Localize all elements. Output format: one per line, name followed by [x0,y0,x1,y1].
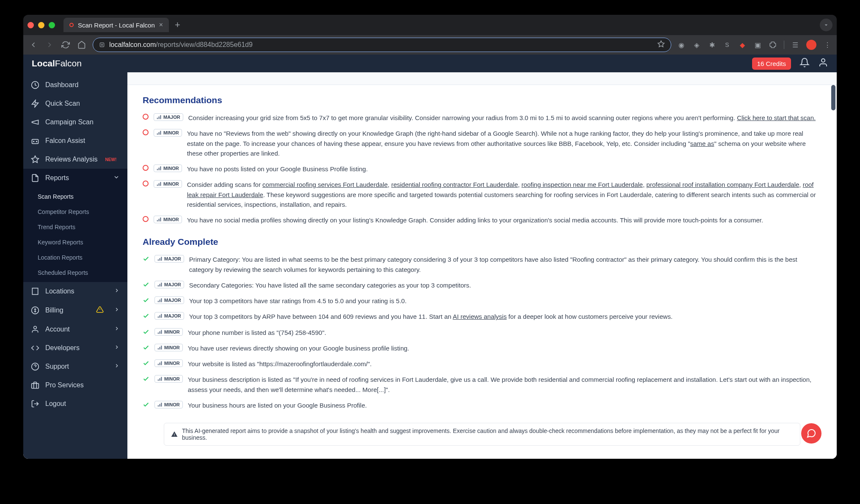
nav-reports[interactable]: Reports [23,169,127,187]
nav-reviews-analysis[interactable]: Reviews AnalysisNEW! [23,150,127,169]
svg-rect-55 [158,380,159,381]
bolt-icon [31,99,39,108]
extension-icon[interactable]: ✱ [708,41,716,49]
svg-rect-45 [161,314,162,318]
svg-rect-51 [161,345,162,349]
svg-marker-8 [32,156,39,163]
credits-button[interactable]: 16 Credits [752,58,791,70]
subnav-trend-reports[interactable]: Trend Reports [23,219,127,235]
user-icon[interactable] [818,58,828,69]
subnav-scheduled-reports[interactable]: Scheduled Reports [23,265,127,280]
keyword-link[interactable]: residential roofing contractor Fort Laud… [391,181,518,188]
new-tab-button[interactable]: + [175,19,180,30]
notifications-icon[interactable] [799,58,810,69]
extensions-button[interactable] [769,41,777,49]
svg-rect-9 [32,288,38,295]
recommendations-list: MAJORConsider increasing your grid size … [143,113,821,225]
url-input[interactable]: localfalcon.com/reports/view/d884bd2285e… [93,38,671,52]
svg-rect-40 [158,301,159,302]
browser-tab[interactable]: Scan Report - Local Falcon × [63,18,169,32]
subnav-location-reports[interactable]: Location Reports [23,250,127,265]
severity-badge: MINOR [154,129,182,137]
recommendation-item: MINORYou have no "Reviews from the web" … [143,129,821,158]
keyword-link[interactable]: same as [690,140,714,147]
extension-icon[interactable]: ◉ [677,41,686,49]
chevron-right-icon [114,307,120,314]
svg-rect-43 [158,317,159,318]
home-button[interactable] [77,40,87,50]
close-tab-button[interactable]: × [159,21,163,29]
dollar-icon [31,306,39,315]
svg-rect-22 [157,134,158,135]
tab-list-dropdown[interactable] [820,19,832,31]
nav-pro-services[interactable]: Pro Services [23,376,127,394]
svg-rect-21 [160,115,161,119]
menu-button[interactable]: ⋮ [823,41,832,49]
robot-icon [31,137,39,145]
new-badge: NEW! [105,157,117,162]
recommendation-item: MAJORConsider increasing your grid size … [143,113,821,123]
completed-text: Your website is listed as "https://mazer… [188,359,372,369]
nav-locations[interactable]: Locations [23,282,127,301]
nav-campaign-scan[interactable]: Campaign Scan [23,113,127,131]
keyword-link[interactable]: roofing inspection near me Fort Lauderda… [521,181,643,188]
nav-falcon-assist[interactable]: Falcon Assist [23,131,127,150]
subnav-scan-reports[interactable]: Scan Reports [23,189,127,204]
svg-rect-18 [32,383,39,389]
check-icon [143,344,149,353]
severity-badge: MAJOR [154,312,184,320]
nav-dashboard[interactable]: Dashboard [23,76,127,94]
reports-subnav: Scan Reports Competitor Reports Trend Re… [23,187,127,282]
recommendations-heading: Recommendations [143,95,821,105]
recommendation-text: You have no posts listed on your Google … [187,164,368,174]
reading-list-icon[interactable]: ☰ [791,41,799,49]
chat-button[interactable] [801,423,821,444]
completed-text: You have user reviews directly showing o… [188,343,409,353]
completed-text: Secondary Categories: You have listed al… [189,280,471,290]
briefcase-icon [31,381,39,389]
maximize-window-button[interactable] [49,22,55,28]
back-button[interactable] [28,40,39,50]
app-logo[interactable]: LocalFalcon [32,58,82,68]
check-icon [143,401,149,410]
check-icon [143,329,149,337]
svg-rect-44 [160,315,160,318]
recommendation-text: Consider adding scans for commercial roo… [187,180,821,209]
forward-button[interactable] [44,40,55,50]
minimize-window-button[interactable] [38,22,44,28]
sidebar: Dashboard Quick Scan Campaign Scan Falco… [23,55,127,459]
extension-icon[interactable]: ▣ [753,41,762,49]
extension-icon[interactable]: ◆ [738,41,747,49]
app-body: Dashboard Quick Scan Campaign Scan Falco… [23,55,837,459]
subnav-competitor-reports[interactable]: Competitor Reports [23,204,127,219]
close-window-button[interactable] [28,22,34,28]
inline-link[interactable]: AI reviews analysis [453,313,507,320]
svg-point-2 [821,59,825,62]
nav-support[interactable]: Support [23,357,127,376]
svg-rect-20 [159,117,160,119]
favicon-icon [69,23,74,27]
keyword-link[interactable]: Click here to start that scan. [737,114,816,121]
open-status-icon [143,165,149,171]
extension-icon[interactable]: ◈ [692,41,701,49]
nav-developers[interactable]: Developers [23,339,127,357]
keyword-link[interactable]: professional roof installation company F… [646,181,799,188]
keyword-link[interactable]: commercial roofing services Fort Lauderd… [262,181,388,188]
scrollbar[interactable] [830,72,837,459]
completed-list: MAJORPrimary Category: You are listed in… [143,255,821,410]
recommendation-item: MINORYou have no social media profiles s… [143,215,821,225]
nav-account[interactable]: Account [23,320,127,339]
nav-billing[interactable]: Billing [23,301,127,320]
nav-logout[interactable]: Logout [23,394,127,413]
profile-avatar[interactable] [806,40,816,50]
reload-button[interactable] [61,40,71,50]
extension-icon[interactable]: S [723,41,731,49]
gauge-icon [31,81,39,89]
severity-badge: MINOR [154,216,182,223]
svg-rect-38 [160,284,160,286]
subnav-keyword-reports[interactable]: Keyword Reports [23,235,127,250]
bookmark-button[interactable] [657,40,665,49]
severity-badge: MINOR [154,359,183,367]
nav-quick-scan[interactable]: Quick Scan [23,94,127,113]
completed-text: Your top 3 competitors by ARP have betwe… [189,312,673,321]
